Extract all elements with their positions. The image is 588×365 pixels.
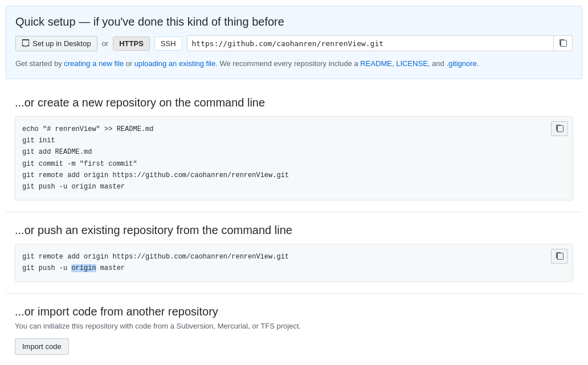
create-new-code: echo "# renrenView" >> README.md git ini… bbox=[22, 124, 550, 193]
copy-url-button[interactable] bbox=[553, 36, 572, 51]
ssh-button[interactable]: SSH bbox=[154, 36, 182, 51]
license-link[interactable]: LICENSE bbox=[396, 59, 428, 68]
push-existing-title: ...or push an existing repository from t… bbox=[15, 224, 573, 237]
copy-icon bbox=[558, 39, 567, 48]
create-new-section: ...or create a new repository on the com… bbox=[6, 85, 582, 212]
setup-desktop-button[interactable]: Set up in Desktop bbox=[15, 36, 97, 51]
or-label: or bbox=[102, 39, 109, 48]
creating-new-file-link[interactable]: creating a new file bbox=[64, 59, 124, 68]
push-existing-section: ...or push an existing repository from t… bbox=[6, 212, 582, 294]
create-new-code-block: echo "# renrenView" >> README.md git ini… bbox=[15, 116, 573, 200]
quick-setup-title: Quick setup — if you've done this kind o… bbox=[15, 15, 573, 28]
gitignore-link[interactable]: .gitignore bbox=[446, 59, 476, 68]
import-section: ...or import code from another repositor… bbox=[6, 294, 582, 365]
copy-push-icon bbox=[555, 252, 564, 261]
setup-controls: Set up in Desktop or HTTPS SSH bbox=[15, 35, 573, 51]
quick-setup-section: Quick setup — if you've done this kind o… bbox=[6, 6, 582, 79]
copy-create-icon bbox=[555, 124, 564, 133]
push-existing-code-block: git remote add origin https://github.com… bbox=[15, 244, 573, 282]
create-new-title: ...or create a new repository on the com… bbox=[15, 96, 573, 109]
push-existing-code: git remote add origin https://github.com… bbox=[22, 251, 550, 274]
readme-link[interactable]: README bbox=[360, 59, 392, 68]
highlight-origin: origin bbox=[71, 264, 96, 272]
page-wrapper: Quick setup — if you've done this kind o… bbox=[0, 6, 588, 365]
desktop-btn-label: Set up in Desktop bbox=[32, 39, 91, 48]
import-title: ...or import code from another repositor… bbox=[15, 305, 573, 318]
repo-url-input[interactable] bbox=[187, 36, 553, 51]
copy-push-existing-button[interactable] bbox=[551, 249, 568, 264]
import-code-button[interactable]: Import code bbox=[15, 338, 69, 355]
copy-create-new-button[interactable] bbox=[551, 121, 568, 136]
import-description: You can initialize this repository with … bbox=[15, 322, 573, 330]
setup-description: Get started by creating a new file or up… bbox=[15, 58, 573, 69]
url-input-wrapper bbox=[187, 35, 573, 51]
uploading-existing-link[interactable]: uploading an existing file bbox=[134, 59, 215, 68]
desktop-icon bbox=[22, 39, 30, 47]
https-button[interactable]: HTTPS bbox=[113, 36, 150, 51]
